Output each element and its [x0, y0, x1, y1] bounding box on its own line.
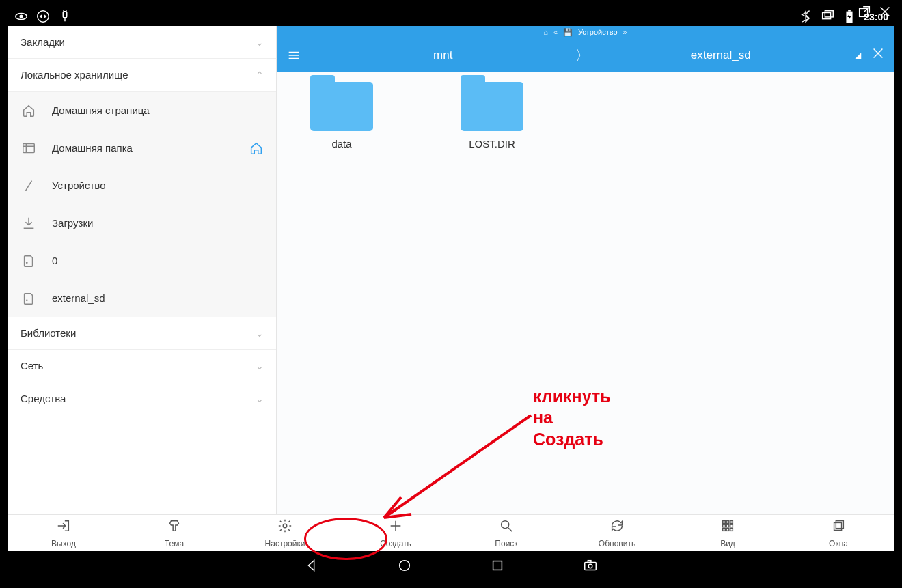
plug-icon [57, 9, 72, 26]
svg-rect-23 [834, 522, 842, 530]
android-nav-bar [8, 551, 894, 580]
popout-icon[interactable] [857, 4, 872, 23]
refresh-button[interactable]: Обновить [562, 515, 672, 551]
svg-rect-24 [836, 520, 843, 528]
path-segment-mnt[interactable]: mnt [311, 48, 575, 62]
folder-item[interactable]: data [290, 82, 393, 150]
chevron-down-icon: ⌄ [256, 361, 264, 372]
toolbar-label: Создать [380, 539, 411, 548]
sidebar-item-home-folder[interactable]: Домашняя папка [8, 129, 276, 167]
sidebar-section-label: Сеть [20, 360, 43, 372]
folder-tree-icon [20, 140, 37, 156]
folder-grid: data LOST.DIR [277, 72, 894, 514]
toolbar-label: Поиск [495, 539, 517, 548]
svg-rect-27 [585, 562, 597, 570]
mini-breadcrumb-label: Устройство [578, 28, 618, 36]
folder-label: data [331, 138, 351, 150]
close-icon[interactable] [877, 4, 892, 23]
sidebar-item-label: Устройство [52, 180, 105, 191]
svg-point-12 [283, 524, 287, 528]
sidebar-section-network[interactable]: Сеть ⌄ [8, 350, 276, 382]
refresh-icon [610, 518, 625, 537]
exit-button[interactable]: Выход [8, 515, 119, 551]
svg-point-2 [20, 15, 23, 18]
home-icon [20, 102, 37, 119]
svg-rect-17 [723, 524, 726, 527]
chevron-down-icon: ⌄ [256, 393, 264, 404]
sidebar-item-home-page[interactable]: Домашняя страница [8, 92, 276, 129]
mini-breadcrumb[interactable]: ⌂ « 💾 Устройство » [277, 26, 894, 38]
toolbar-label: Обновить [599, 539, 636, 548]
windows-tb-icon [831, 518, 846, 537]
folder-label: LOST.DIR [469, 138, 515, 150]
svg-rect-21 [726, 528, 729, 531]
home-button[interactable] [396, 557, 413, 574]
slash-icon [20, 178, 37, 194]
view-icon [720, 518, 735, 537]
windows-icon [820, 9, 835, 26]
bluetooth-icon [798, 9, 813, 26]
chevron-mini-icon: » [623, 28, 627, 36]
svg-rect-4 [63, 11, 67, 17]
home-active-icon [249, 141, 264, 156]
svg-rect-26 [493, 561, 502, 570]
search-button[interactable]: Поиск [451, 515, 562, 551]
windows-button[interactable]: Окна [783, 515, 894, 551]
svg-point-3 [38, 10, 49, 22]
sidebar-item-label: Домашняя папка [52, 142, 133, 154]
sidebar-section-tools[interactable]: Средства ⌄ [8, 382, 276, 415]
back-button[interactable] [303, 557, 320, 574]
sidebar-item-sd-0[interactable]: 0 [8, 242, 276, 279]
chevron-down-icon: ⌄ [256, 328, 264, 339]
svg-rect-6 [825, 10, 834, 16]
battery-charging-icon [842, 9, 857, 26]
sidebar-item-label: Загрузки [52, 217, 93, 229]
svg-point-13 [502, 520, 509, 528]
sidebar-section-libraries[interactable]: Библиотеки ⌄ [8, 317, 276, 350]
svg-rect-22 [730, 528, 733, 531]
screenshot-button[interactable] [582, 557, 599, 574]
device-mini-icon: 💾 [563, 28, 573, 37]
path-segment-external-sd[interactable]: external_sd [589, 48, 853, 62]
eye-icon [14, 9, 29, 26]
toolbar-label: Выход [51, 539, 76, 548]
svg-rect-29 [588, 561, 591, 563]
plus-icon [388, 518, 403, 537]
sidebar-section-label: Средства [20, 393, 66, 404]
content-area: ⌂ « 💾 Устройство » mnt 〉 external_sd ◢ [277, 26, 894, 514]
settings-button[interactable]: Настройки [230, 515, 340, 551]
create-button[interactable]: Создать [340, 515, 451, 551]
exit-icon [56, 518, 71, 537]
svg-point-25 [400, 561, 410, 571]
settings-icon [277, 518, 292, 537]
sd-icon [20, 290, 37, 307]
sidebar-item-label: 0 [52, 255, 57, 266]
svg-rect-16 [730, 520, 733, 523]
theme-button[interactable]: Тема [119, 515, 230, 551]
expand-triangle-icon[interactable]: ◢ [855, 51, 861, 60]
close-tab-icon[interactable] [871, 46, 886, 65]
recent-button[interactable] [489, 557, 506, 574]
svg-rect-8 [848, 10, 851, 11]
theme-icon [167, 518, 182, 537]
folder-item[interactable]: LOST.DIR [441, 82, 543, 150]
svg-rect-18 [726, 524, 729, 527]
sidebar-section-label: Локальное хранилище [20, 69, 128, 81]
toolbar-label: Настройки [265, 539, 305, 548]
sidebar-section-label: Библиотеки [20, 327, 76, 339]
folder-icon [310, 82, 373, 131]
sidebar-item-external-sd[interactable]: external_sd [8, 279, 276, 317]
view-button[interactable]: Вид [672, 515, 783, 551]
sidebar-section-local-storage[interactable]: Локальное хранилище ⌃ [8, 59, 276, 92]
menu-icon[interactable] [277, 48, 311, 63]
svg-rect-19 [730, 524, 733, 527]
svg-rect-15 [726, 520, 729, 523]
sidebar-item-downloads[interactable]: Загрузки [8, 204, 276, 242]
sidebar: Закладки ⌄ Локальное хранилище ⌃ Домашня… [8, 26, 277, 514]
sd-icon [20, 253, 37, 269]
status-bar: 23:00 [8, 8, 894, 26]
svg-rect-5 [823, 12, 831, 18]
chevron-mini-icon: « [554, 28, 558, 36]
sidebar-section-bookmarks[interactable]: Закладки ⌄ [8, 26, 276, 59]
sidebar-item-device[interactable]: Устройство [8, 167, 276, 204]
